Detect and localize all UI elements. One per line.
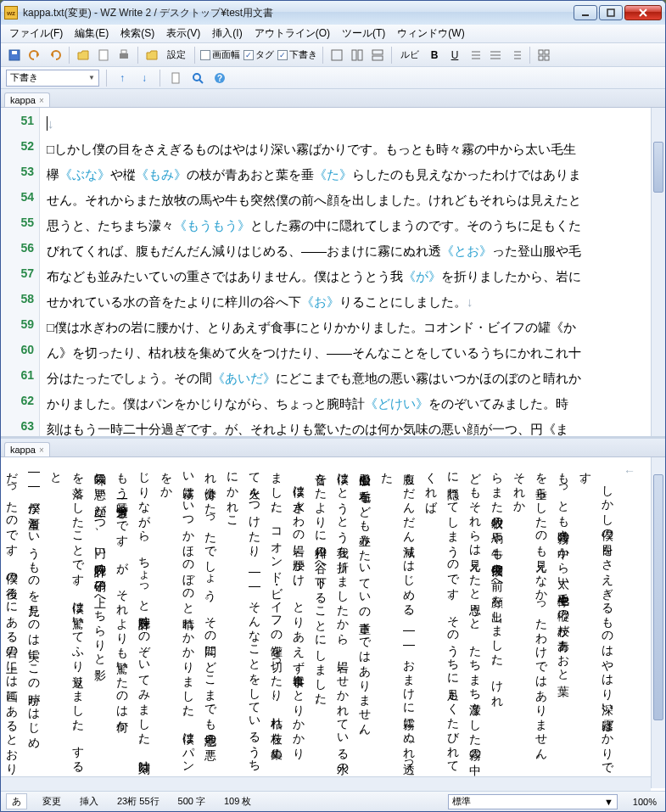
- menu-tool[interactable]: ツール(T): [337, 25, 390, 42]
- undo-icon[interactable]: [26, 47, 43, 64]
- text-line: 思うと、たちまち濛々《もうもう》とした霧の中に隠れてしまうのです。そのうちに足も…: [47, 213, 644, 238]
- text-line: 欅《ぶな》や樅《もみ》の枝が青あおと葉を垂《た》らしたのも見えなかったわけではあ…: [47, 162, 644, 188]
- titlebar[interactable]: wz kappa.txt(変更) - WZ Write 2 / デスクトップ¥t…: [1, 1, 665, 25]
- status-style-value: 標準: [452, 795, 471, 808]
- pagewidth-checkbox[interactable]: 画面幅: [200, 48, 240, 61]
- svg-point-28: [193, 74, 200, 81]
- tab-strip-top: kappa×: [1, 89, 665, 108]
- settings-icon[interactable]: [143, 47, 160, 64]
- svg-rect-1: [607, 9, 614, 16]
- tab-close-icon[interactable]: ×: [39, 445, 44, 455]
- text-column: に隠れてしまうのです。そのうちに足もくたびれてくれば、: [420, 464, 464, 778]
- underline-icon[interactable]: U: [446, 47, 463, 64]
- text-line: □しかし僕の目をさえぎるものはやはり深い霧ばかりです。もっとも時々霧の中から太い…: [47, 137, 644, 162]
- bold-icon[interactable]: B: [426, 47, 443, 64]
- menu-edit[interactable]: 編集(E): [70, 25, 114, 42]
- open-icon[interactable]: [75, 47, 92, 64]
- layout2-icon[interactable]: [349, 47, 366, 64]
- text-line: 布なども並みたいていの重さではありません。僕はとうとう我《が》を折りましたから、…: [47, 264, 644, 289]
- vertical-scrollbar[interactable]: [651, 457, 665, 788]
- grid-icon[interactable]: [535, 47, 552, 64]
- scrollbar-thumb[interactable]: [653, 474, 663, 720]
- vertical-text-area[interactable]: ← しかし僕の目をさえぎるものはやはり深い霧ばかりです。 もっとも時々霧の中から…: [1, 457, 651, 788]
- status-chars: 500 字: [175, 795, 209, 808]
- window-title: kappa.txt(変更) - WZ Write 2 / デスクトップ¥test…: [23, 6, 574, 20]
- svg-line-29: [199, 80, 203, 83]
- svg-rect-23: [539, 50, 543, 54]
- svg-rect-24: [545, 50, 549, 54]
- list2-icon[interactable]: [487, 47, 504, 64]
- text-column: 音をたよりに梓川の谷へ下りることにしました。: [310, 464, 332, 778]
- ruby-button[interactable]: ルビ: [397, 47, 423, 64]
- svg-rect-27: [172, 73, 179, 83]
- maximize-button[interactable]: [599, 5, 623, 20]
- document-tab[interactable]: kappa×: [4, 442, 50, 456]
- chevron-down-icon: ▼: [88, 74, 95, 81]
- help-icon[interactable]: ?: [211, 70, 228, 87]
- svg-rect-25: [539, 56, 543, 60]
- settings-label[interactable]: 設定: [164, 47, 189, 64]
- ime-mode[interactable]: あ: [6, 793, 27, 809]
- svg-rect-12: [372, 50, 383, 54]
- text-line: せかれている水の音をたよりに梓川の谷へ下《お》りることにしました。↓: [47, 289, 644, 315]
- tab-label: kappa: [10, 445, 36, 455]
- tab-label: kappa: [10, 95, 36, 105]
- menu-outline[interactable]: アウトライン(O): [249, 25, 335, 42]
- tag-checkbox[interactable]: ✓タグ: [243, 48, 274, 61]
- print-icon[interactable]: [115, 47, 132, 64]
- text-column: もう一時二十分過ぎです。が、それよりも驚いたのは何か: [111, 464, 133, 778]
- text-column: を落としたことです。僕は驚いてふり返りました。すると: [45, 464, 89, 778]
- text-column: ました。コオンド・ビイフの罐を切ったり、枯れ枝を集め: [266, 464, 288, 778]
- list3-icon[interactable]: [507, 47, 524, 64]
- horizontal-scrollbar[interactable]: [1, 776, 651, 791]
- status-zoom[interactable]: 100%: [630, 797, 660, 807]
- svg-rect-6: [99, 50, 108, 60]
- svg-rect-8: [121, 50, 126, 53]
- save-icon[interactable]: [6, 47, 23, 64]
- menu-view[interactable]: 表示(V): [161, 25, 205, 42]
- page-icon[interactable]: [167, 70, 184, 87]
- separator: [160, 70, 160, 87]
- text-column: ←: [618, 464, 641, 778]
- menu-search[interactable]: 検索(S): [115, 25, 160, 42]
- editor-bottom-pane: ← しかし僕の目をさえぎるものはやはり深い霧ばかりです。 もっとも時々霧の中から…: [1, 457, 665, 788]
- draft-label: 下書き: [289, 48, 317, 61]
- tab-close-icon[interactable]: ×: [39, 96, 44, 105]
- down-arrow-icon[interactable]: ↓: [136, 70, 153, 87]
- minimize-button[interactable]: [574, 5, 597, 20]
- sub-toolbar: 下書き▼ ↑ ↓ ?: [1, 67, 665, 89]
- scrollbar-thumb[interactable]: [653, 142, 663, 193]
- document-tab[interactable]: kappa×: [4, 92, 50, 107]
- list1-icon[interactable]: [467, 47, 484, 64]
- text-column: 気味の悪い顔が一つ、円い腕時計の硝子の上へちらりと影: [89, 464, 111, 778]
- status-style-combo[interactable]: 標準▼: [448, 794, 618, 809]
- layout3-icon[interactable]: [369, 47, 386, 64]
- menubar: ファイル(F) 編集(E) 検索(S) 表示(V) 挿入(I) アウトライン(O…: [1, 25, 665, 43]
- line-number: 62: [1, 388, 39, 413]
- new-icon[interactable]: [95, 47, 112, 64]
- layout1-icon[interactable]: [328, 47, 345, 64]
- tab-strip-bottom: kappa×: [1, 439, 665, 457]
- text-column: どもそれらは見えたと思うと、たちまち濛々とした霧の中: [464, 464, 486, 778]
- draft-checkbox[interactable]: ✓下書き: [277, 48, 317, 61]
- vertical-scrollbar[interactable]: [651, 108, 665, 436]
- redo-icon[interactable]: [47, 47, 64, 64]
- text-column: て火をつけたり、——そんなことをしているうちにかれこ: [221, 464, 266, 778]
- line-number: 51: [1, 108, 39, 133]
- editor-top-pane: 51 52 53 54 55 56 57 58 59 60 61 62 63 ↓…: [1, 108, 665, 439]
- app-icon: wz: [4, 6, 18, 20]
- text-column: しかし僕の目をさえぎるものはやはり深い霧ばかりです。: [574, 464, 618, 778]
- separator: [391, 47, 392, 64]
- style-combo[interactable]: 下書き▼: [6, 70, 99, 87]
- menu-window[interactable]: ウィンドウ(W): [392, 25, 469, 42]
- editor-content[interactable]: ↓ □しかし僕の目をさえぎるものはやはり深い霧ばかりです。もっとも時々霧の中から…: [40, 108, 651, 436]
- text-line: 分はたったでしょう。その間《あいだ》にどこまでも意地の悪い霧はいつかほのぼのと晴…: [47, 366, 644, 391]
- menu-file[interactable]: ファイル(F): [4, 25, 68, 42]
- tag-label: タグ: [255, 48, 274, 61]
- text-line: □僕は水ぎわの岩に腰かけ、とりあえず食事にとりかかりました。コオンド・ビイフの罐…: [47, 315, 644, 340]
- search-icon[interactable]: [189, 70, 206, 87]
- close-button[interactable]: [624, 5, 662, 20]
- menu-insert[interactable]: 挿入(I): [207, 25, 247, 42]
- text-line: ん》を切ったり、枯れ枝を集めて火をつけたり、——そんなことをしているうちにかれこ…: [47, 340, 644, 366]
- up-arrow-icon[interactable]: ↑: [114, 70, 131, 87]
